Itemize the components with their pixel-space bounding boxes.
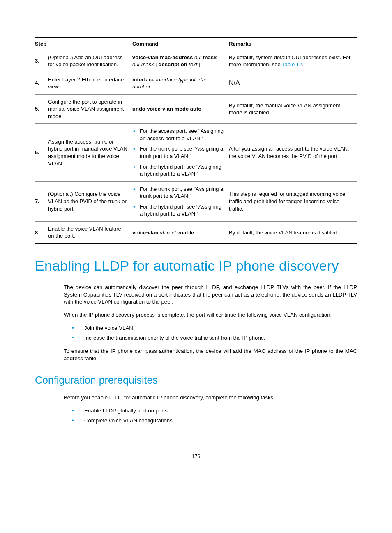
step-desc: Enter Layer 2 Ethernet interface view. [48, 72, 132, 94]
table-row: 8. Enable the voice VLAN feature on the … [35, 221, 357, 244]
steps-table: Step Command Remarks 3. (Optional.) Add … [35, 37, 357, 244]
command-list: For the access port, see "Assigning an a… [132, 127, 225, 177]
step-command: interface interface-type interface-numbe… [132, 72, 229, 94]
step-desc: Enable the voice VLAN feature on the por… [48, 221, 132, 244]
step-command: voice-vlan vlan-id enable [132, 221, 229, 244]
body-paragraph: The device can automatically discover th… [35, 284, 357, 306]
step-command: For the trunk port, see "Assigning a tru… [132, 181, 229, 221]
body-paragraph: To ensure that the IP phone can pass aut… [35, 348, 357, 362]
col-remarks: Remarks [229, 37, 357, 50]
subsection-heading: Configuration prerequisites [35, 373, 357, 387]
step-number: 7. [35, 181, 48, 221]
body-list: Join the voice VLAN. Increase the transm… [35, 324, 357, 342]
list-item: Complete voice VLAN configurations. [72, 417, 357, 424]
body-list: Enable LLDP globally and on ports. Compl… [35, 407, 357, 424]
table-row: 6. Assign the access, trunk, or hybrid p… [35, 124, 357, 181]
table-row: 5. Configure the port to operate in manu… [35, 94, 357, 124]
table-row: 3. (Optional.) Add an OUI address for vo… [35, 50, 357, 72]
step-remarks: By default, system default OUI addresses… [229, 50, 357, 72]
step-remarks: By default, the manual voice VLAN assign… [229, 94, 357, 124]
body-paragraph: When the IP phone discovery process is c… [35, 311, 357, 319]
step-number: 3. [35, 50, 48, 72]
step-number: 4. [35, 72, 48, 94]
page-number: 176 [35, 453, 357, 460]
list-item: Enable LLDP globally and on ports. [72, 407, 357, 415]
step-number: 5. [35, 94, 48, 124]
step-command: undo voice-vlan mode auto [132, 94, 229, 124]
step-number: 8. [35, 221, 48, 244]
step-desc: Configure the port to operate in manual … [48, 94, 132, 124]
table-row: 7. (Optional.) Configure the voice VLAN … [35, 181, 357, 221]
table-row: 4. Enter Layer 2 Ethernet interface view… [35, 72, 357, 94]
table-link[interactable]: Table 12 [282, 61, 302, 67]
step-desc: (Optional.) Add an OUI address for voice… [48, 50, 132, 72]
step-remarks: This step is required for untagged incom… [229, 181, 357, 221]
step-command: For the access port, see "Assigning an a… [132, 124, 229, 181]
step-desc: Assign the access, trunk, or hybrid port… [48, 124, 132, 181]
step-remarks: By default, the voice VLAN feature is di… [229, 221, 357, 244]
step-command: voice-vlan mac-address oui mask oui-mask… [132, 50, 229, 72]
list-item: For the trunk port, see "Assigning a tru… [132, 145, 225, 160]
list-item: For the trunk port, see "Assigning a tru… [132, 185, 225, 200]
list-item: Join the voice VLAN. [72, 324, 357, 332]
body-paragraph: Before you enable LLDP for automatic IP … [35, 394, 357, 401]
step-remarks: After you assign an access port to the v… [229, 124, 357, 181]
step-desc: (Optional.) Configure the voice VLAN as … [48, 181, 132, 221]
col-step: Step [35, 37, 132, 50]
table-header-row: Step Command Remarks [35, 37, 357, 50]
section-heading: Enabling LLDP for automatic IP phone dis… [35, 257, 357, 276]
step-number: 6. [35, 124, 48, 181]
list-item: Increase the transmission priority of th… [72, 334, 357, 342]
col-command: Command [132, 37, 229, 50]
step-remarks: N/A [229, 72, 357, 94]
command-list: For the trunk port, see "Assigning a tru… [132, 185, 225, 218]
list-item: For the hybrid port, see "Assigning a hy… [132, 163, 225, 178]
list-item: For the hybrid port, see "Assigning a hy… [132, 203, 225, 218]
list-item: For the access port, see "Assigning an a… [132, 127, 225, 142]
